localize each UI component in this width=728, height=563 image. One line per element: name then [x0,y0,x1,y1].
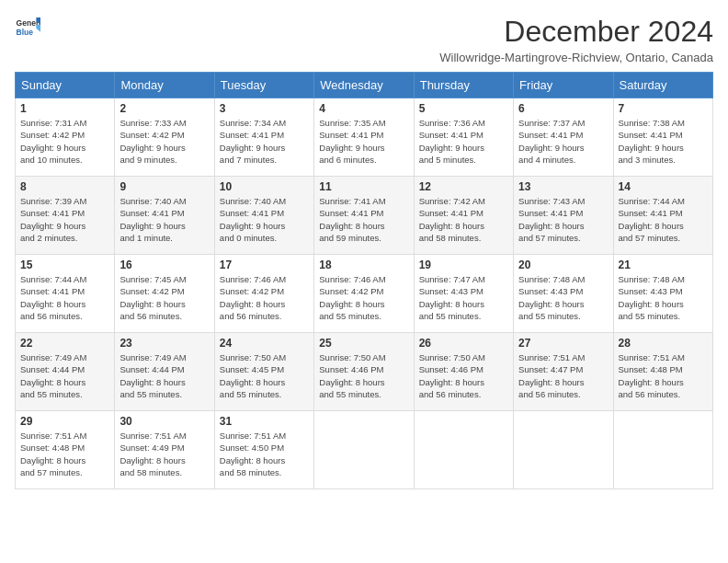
day-header-monday: Monday [115,73,214,98]
day-cell: 13Sunrise: 7:43 AMSunset: 4:41 PMDayligh… [514,177,613,255]
day-number: 11 [319,180,408,193]
week-row-1: 1Sunrise: 7:31 AMSunset: 4:42 PMDaylight… [16,98,713,177]
day-info: Sunrise: 7:31 AMSunset: 4:42 PMDaylight:… [20,117,109,166]
day-header-thursday: Thursday [414,73,513,98]
day-cell [514,411,613,489]
day-info: Sunrise: 7:46 AMSunset: 4:42 PMDaylight:… [220,273,309,322]
day-info: Sunrise: 7:33 AMSunset: 4:42 PMDaylight:… [119,117,209,166]
day-number: 18 [319,259,408,271]
day-number: 5 [419,102,508,115]
day-info: Sunrise: 7:49 AMSunset: 4:44 PMDaylight:… [119,351,209,400]
day-cell: 22Sunrise: 7:49 AMSunset: 4:44 PMDayligh… [16,333,115,411]
day-info: Sunrise: 7:36 AMSunset: 4:41 PMDaylight:… [419,117,508,166]
day-info: Sunrise: 7:34 AMSunset: 4:41 PMDaylight:… [220,117,309,166]
day-header-saturday: Saturday [613,73,712,98]
day-info: Sunrise: 7:35 AMSunset: 4:41 PMDaylight:… [319,117,408,166]
day-cell: 4Sunrise: 7:35 AMSunset: 4:41 PMDaylight… [314,98,414,177]
week-row-2: 8Sunrise: 7:39 AMSunset: 4:41 PMDaylight… [16,177,713,255]
day-info: Sunrise: 7:44 AMSunset: 4:41 PMDaylight:… [20,273,109,322]
day-header-tuesday: Tuesday [214,73,313,98]
day-info: Sunrise: 7:51 AMSunset: 4:48 PMDaylight:… [619,351,708,400]
day-cell: 21Sunrise: 7:48 AMSunset: 4:43 PMDayligh… [613,255,712,333]
calendar-table: SundayMondayTuesdayWednesdayThursdayFrid… [15,72,713,489]
day-cell: 12Sunrise: 7:42 AMSunset: 4:41 PMDayligh… [414,177,513,255]
day-info: Sunrise: 7:47 AMSunset: 4:43 PMDaylight:… [419,273,508,322]
day-cell: 18Sunrise: 7:46 AMSunset: 4:42 PMDayligh… [314,255,414,333]
day-number: 30 [119,415,209,428]
day-header-sunday: Sunday [16,73,115,98]
day-info: Sunrise: 7:48 AMSunset: 4:43 PMDaylight:… [619,273,708,322]
day-number: 2 [119,102,209,115]
title-section: December 2024 Willowridge-Martingrove-Ri… [439,15,713,64]
day-cell: 25Sunrise: 7:50 AMSunset: 4:46 PMDayligh… [314,333,414,411]
day-number: 23 [119,337,209,350]
day-info: Sunrise: 7:39 AMSunset: 4:41 PMDaylight:… [20,195,109,244]
day-cell: 17Sunrise: 7:46 AMSunset: 4:42 PMDayligh… [214,255,313,333]
day-info: Sunrise: 7:38 AMSunset: 4:41 PMDaylight:… [619,117,708,166]
day-number: 7 [619,102,708,115]
day-number: 15 [20,259,109,271]
day-number: 31 [220,415,309,428]
day-number: 6 [518,102,608,115]
day-cell: 1Sunrise: 7:31 AMSunset: 4:42 PMDaylight… [16,98,115,177]
day-info: Sunrise: 7:51 AMSunset: 4:50 PMDaylight:… [220,430,309,478]
logo: General Blue [15,15,40,40]
day-number: 13 [518,180,608,193]
day-number: 21 [619,259,708,271]
day-info: Sunrise: 7:50 AMSunset: 4:46 PMDaylight:… [419,351,508,400]
day-number: 9 [119,180,209,193]
month-title: December 2024 [439,15,713,49]
day-info: Sunrise: 7:40 AMSunset: 4:41 PMDaylight:… [220,195,309,244]
day-cell: 8Sunrise: 7:39 AMSunset: 4:41 PMDaylight… [16,177,115,255]
day-number: 8 [20,180,109,193]
day-cell [613,411,712,489]
day-number: 27 [518,337,608,350]
day-cell: 3Sunrise: 7:34 AMSunset: 4:41 PMDaylight… [214,98,313,177]
day-info: Sunrise: 7:48 AMSunset: 4:43 PMDaylight:… [518,273,608,322]
days-header-row: SundayMondayTuesdayWednesdayThursdayFrid… [16,73,713,98]
day-info: Sunrise: 7:51 AMSunset: 4:47 PMDaylight:… [518,351,608,400]
week-row-5: 29Sunrise: 7:51 AMSunset: 4:48 PMDayligh… [16,411,713,489]
svg-text:Blue: Blue [17,28,34,37]
day-info: Sunrise: 7:44 AMSunset: 4:41 PMDaylight:… [619,195,708,244]
day-header-wednesday: Wednesday [314,73,414,98]
day-cell: 14Sunrise: 7:44 AMSunset: 4:41 PMDayligh… [613,177,712,255]
day-info: Sunrise: 7:49 AMSunset: 4:44 PMDaylight:… [20,351,109,400]
day-number: 19 [419,259,508,271]
day-cell: 15Sunrise: 7:44 AMSunset: 4:41 PMDayligh… [16,255,115,333]
day-number: 25 [319,337,408,350]
day-cell: 19Sunrise: 7:47 AMSunset: 4:43 PMDayligh… [414,255,513,333]
day-info: Sunrise: 7:51 AMSunset: 4:48 PMDaylight:… [20,430,109,478]
day-number: 28 [619,337,708,350]
day-number: 14 [619,180,708,193]
location-subtitle: Willowridge-Martingrove-Richview, Ontari… [439,51,713,64]
day-cell: 30Sunrise: 7:51 AMSunset: 4:49 PMDayligh… [115,411,214,489]
day-cell: 6Sunrise: 7:37 AMSunset: 4:41 PMDaylight… [514,98,613,177]
day-cell: 9Sunrise: 7:40 AMSunset: 4:41 PMDaylight… [115,177,214,255]
logo-icon: General Blue [15,15,40,40]
day-info: Sunrise: 7:50 AMSunset: 4:46 PMDaylight:… [319,351,408,400]
day-number: 17 [220,259,309,271]
day-cell: 20Sunrise: 7:48 AMSunset: 4:43 PMDayligh… [514,255,613,333]
day-info: Sunrise: 7:40 AMSunset: 4:41 PMDaylight:… [119,195,209,244]
day-number: 3 [220,102,309,115]
day-cell: 16Sunrise: 7:45 AMSunset: 4:42 PMDayligh… [115,255,214,333]
day-number: 4 [319,102,408,115]
day-info: Sunrise: 7:37 AMSunset: 4:41 PMDaylight:… [518,117,608,166]
day-cell: 10Sunrise: 7:40 AMSunset: 4:41 PMDayligh… [214,177,313,255]
week-row-3: 15Sunrise: 7:44 AMSunset: 4:41 PMDayligh… [16,255,713,333]
page-header: General Blue December 2024 Willowridge-M… [15,15,713,64]
day-number: 24 [220,337,309,350]
day-cell: 26Sunrise: 7:50 AMSunset: 4:46 PMDayligh… [414,333,513,411]
day-cell: 5Sunrise: 7:36 AMSunset: 4:41 PMDaylight… [414,98,513,177]
day-cell: 29Sunrise: 7:51 AMSunset: 4:48 PMDayligh… [16,411,115,489]
day-cell: 7Sunrise: 7:38 AMSunset: 4:41 PMDaylight… [613,98,712,177]
day-number: 10 [220,180,309,193]
day-info: Sunrise: 7:43 AMSunset: 4:41 PMDaylight:… [518,195,608,244]
day-cell: 31Sunrise: 7:51 AMSunset: 4:50 PMDayligh… [214,411,313,489]
day-number: 26 [419,337,508,350]
day-number: 12 [419,180,508,193]
week-row-4: 22Sunrise: 7:49 AMSunset: 4:44 PMDayligh… [16,333,713,411]
day-number: 16 [119,259,209,271]
day-info: Sunrise: 7:41 AMSunset: 4:41 PMDaylight:… [319,195,408,244]
